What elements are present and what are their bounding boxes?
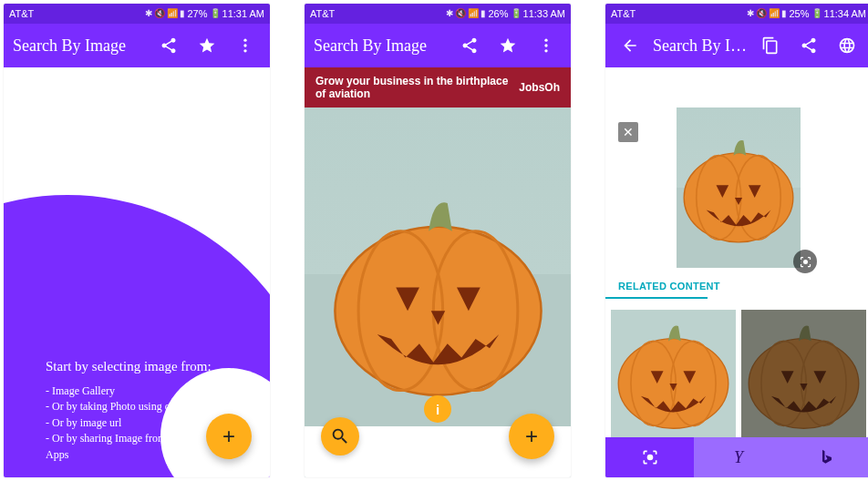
battery-label: 27%	[187, 8, 207, 19]
tab-bing[interactable]	[783, 437, 868, 477]
hero-image[interactable]	[677, 107, 801, 268]
app-bar: Search By Image	[4, 24, 270, 67]
carrier-label: AT&T	[310, 8, 335, 19]
mute-icon: 🔇	[455, 9, 466, 18]
wifi-icon: 📶	[167, 9, 178, 18]
battery-label: 25%	[789, 8, 809, 19]
visual-search-button[interactable]	[793, 250, 817, 273]
favorite-button[interactable]	[492, 30, 523, 61]
mute-icon: 🔇	[154, 9, 165, 18]
wifi-icon: 📶	[468, 9, 479, 18]
pumpkin-image	[677, 107, 801, 268]
screen-3-results: AT&T ✱ 🔇 📶 ▮ 25% 🔋 11:34 AM Search By Im…	[605, 4, 868, 477]
bluetooth-icon: ✱	[446, 9, 453, 18]
ad-text: Grow your business in the birthplace of …	[315, 75, 519, 101]
open-browser-button[interactable]	[832, 30, 863, 61]
signal-icon: ▮	[781, 9, 787, 18]
add-fab[interactable]: +	[206, 414, 252, 459]
add-fab[interactable]: +	[509, 414, 554, 459]
tab-yandex[interactable]: Y	[694, 437, 782, 477]
battery-icon: 🔋	[210, 9, 221, 18]
battery-label: 26%	[488, 8, 508, 19]
battery-icon: 🔋	[811, 9, 822, 18]
carrier-label: AT&T	[611, 8, 636, 19]
editor-footer: +	[305, 426, 571, 477]
app-bar: Search By Im…	[605, 24, 868, 67]
home-body: Start by selecting image from: - Image G…	[4, 67, 270, 477]
status-bar: AT&T ✱ 🔇 📶 ▮ 25% 🔋 11:34 AM	[605, 4, 868, 24]
status-bar: AT&T ✱ 🔇 📶 ▮ 27% 🔋 11:31 AM	[4, 4, 270, 24]
favorite-button[interactable]	[191, 30, 222, 61]
share-button[interactable]	[793, 30, 824, 61]
pumpkin-image	[741, 310, 866, 437]
screen-1-home: AT&T ✱ 🔇 📶 ▮ 27% 🔋 11:31 AM Search By Im…	[4, 4, 270, 477]
bluetooth-icon: ✱	[145, 9, 152, 18]
overflow-menu-button[interactable]	[531, 30, 562, 61]
copy-button[interactable]	[755, 30, 786, 61]
signal-icon: ▮	[480, 9, 486, 18]
page-title: Search By Image	[314, 36, 447, 56]
results-body: ✕ RELATED CONTENT Y	[605, 67, 868, 477]
related-thumbnails	[605, 299, 868, 437]
clock-label: 11:33 AM	[523, 8, 565, 19]
signal-icon: ▮	[180, 9, 185, 18]
mute-icon: 🔇	[756, 9, 767, 18]
dismiss-button[interactable]: ✕	[618, 122, 638, 142]
search-fab[interactable]	[321, 417, 359, 455]
carrier-label: AT&T	[9, 8, 34, 19]
ad-banner[interactable]: Grow your business in the birthplace of …	[305, 67, 571, 107]
overflow-menu-button[interactable]	[230, 30, 261, 61]
info-button[interactable]: i	[424, 395, 451, 423]
related-header: RELATED CONTENT	[605, 268, 868, 297]
page-title: Search By Im…	[653, 36, 748, 56]
back-button[interactable]	[615, 30, 646, 61]
ad-brand: JobsOh	[519, 81, 560, 94]
app-bar: Search By Image	[305, 24, 571, 67]
page-title: Search By Image	[13, 36, 146, 56]
screen-2-editor: AT&T ✱ 🔇 📶 ▮ 26% 🔋 11:33 AM Search By Im…	[305, 4, 571, 477]
hero-wrap	[605, 67, 868, 268]
share-button[interactable]	[153, 30, 184, 61]
pumpkin-image	[611, 310, 736, 437]
wifi-icon: 📶	[769, 9, 780, 18]
clock-label: 11:34 AM	[824, 8, 866, 19]
status-bar: AT&T ✱ 🔇 📶 ▮ 26% 🔋 11:33 AM	[305, 4, 571, 24]
battery-icon: 🔋	[511, 9, 522, 18]
tab-lens[interactable]	[605, 437, 694, 477]
search-engine-tabs: Y	[605, 437, 868, 477]
clock-label: 11:31 AM	[222, 8, 264, 19]
related-thumbnail[interactable]	[741, 310, 866, 437]
share-button[interactable]	[454, 30, 485, 61]
bluetooth-icon: ✱	[747, 9, 754, 18]
related-thumbnail[interactable]	[611, 310, 736, 437]
